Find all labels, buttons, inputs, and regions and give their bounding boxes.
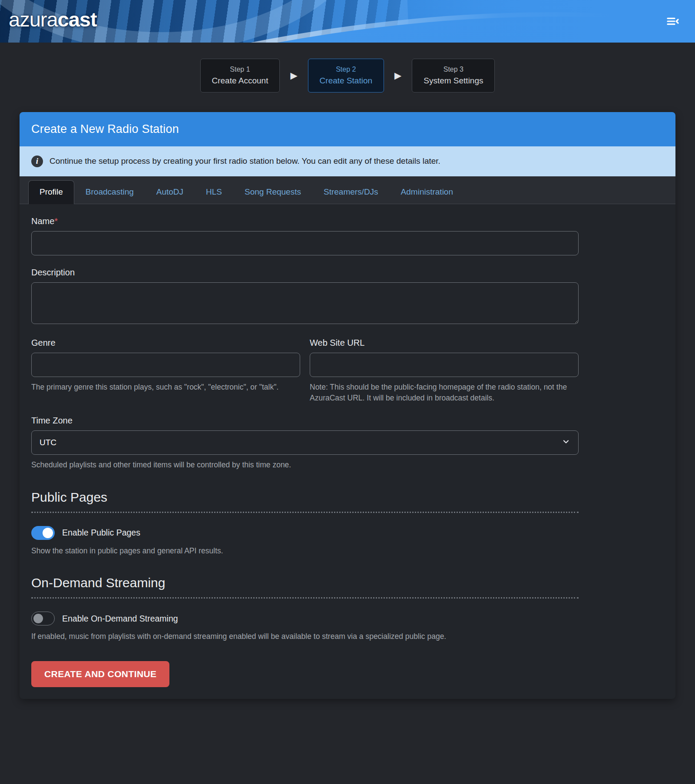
create-and-continue-button[interactable]: CREATE AND CONTINUE <box>31 661 169 687</box>
step-2-create-station: Step 2 Create Station <box>308 59 384 93</box>
genre-field-group: Genre The primary genre this station pla… <box>31 338 300 404</box>
genre-help-text: The primary genre this station plays, su… <box>31 382 300 393</box>
public-pages-help-text: Show the station in public pages and gen… <box>31 546 579 556</box>
info-alert-text: Continue the setup process by creating y… <box>50 156 440 166</box>
setup-page: azuracast Step 1 Create Account ▶ Step 2… <box>0 0 695 784</box>
name-label: Name* <box>31 216 579 226</box>
tab-song-requests[interactable]: Song Requests <box>233 180 312 204</box>
header-fade-overlay <box>0 0 695 43</box>
tab-autodj[interactable]: AutoDJ <box>145 180 195 204</box>
enable-public-pages-row: Enable Public Pages <box>31 526 579 540</box>
dotted-divider <box>31 597 579 599</box>
step-number: Step 3 <box>424 64 483 75</box>
logo-text-regular: azura <box>9 8 58 31</box>
info-icon: i <box>31 155 43 167</box>
setup-step-indicator: Step 1 Create Account ▶ Step 2 Create St… <box>0 59 695 93</box>
tab-profile[interactable]: Profile <box>28 180 74 204</box>
step-label: Create Account <box>212 75 268 87</box>
description-textarea[interactable] <box>31 282 579 324</box>
name-input[interactable] <box>31 231 579 255</box>
timezone-field-group: Time Zone UTC Scheduled playlists and ot… <box>31 416 579 470</box>
enable-on-demand-label: Enable On-Demand Streaming <box>62 614 178 624</box>
genre-website-row: Genre The primary genre this station pla… <box>31 338 579 404</box>
card-body: Name* Description Genre The primary genr… <box>20 204 675 699</box>
step-3-system-settings: Step 3 System Settings <box>412 59 495 93</box>
toggle-knob <box>43 528 53 538</box>
on-demand-help-text: If enabled, music from playlists with on… <box>31 631 579 642</box>
enable-on-demand-row: Enable On-Demand Streaming <box>31 612 579 625</box>
step-label: System Settings <box>424 75 483 87</box>
tab-streamers-djs[interactable]: Streamers/DJs <box>312 180 390 204</box>
website-url-label: Web Site URL <box>310 338 579 348</box>
azuracast-logo: azuracast <box>9 7 97 31</box>
create-station-card: Create a New Radio Station i Continue th… <box>20 112 675 699</box>
genre-input[interactable] <box>31 353 300 377</box>
name-label-text: Name <box>31 216 54 226</box>
app-header: azuracast <box>0 0 695 43</box>
website-field-group: Web Site URL Note: This should be the pu… <box>310 338 579 404</box>
timezone-selected-value: UTC <box>40 438 56 447</box>
website-url-help-text: Note: This should be the public-facing h… <box>310 382 579 404</box>
required-marker: * <box>54 216 58 226</box>
timezone-label: Time Zone <box>31 416 579 426</box>
tab-broadcasting[interactable]: Broadcasting <box>74 180 145 204</box>
tab-administration[interactable]: Administration <box>390 180 464 204</box>
info-alert: i Continue the setup process by creating… <box>20 146 675 176</box>
card-header: Create a New Radio Station <box>20 112 675 146</box>
chevron-down-icon <box>562 437 570 448</box>
timezone-select[interactable]: UTC <box>31 430 579 455</box>
name-field-group: Name* <box>31 216 579 255</box>
timezone-help-text: Scheduled playlists and other timed item… <box>31 460 579 470</box>
station-tabs: Profile Broadcasting AutoDJ HLS Song Req… <box>20 176 675 204</box>
step-number: Step 1 <box>212 64 268 75</box>
enable-public-pages-toggle[interactable] <box>31 526 55 540</box>
arrow-right-icon: ▶ <box>290 71 297 80</box>
dotted-divider <box>31 512 579 513</box>
website-url-input[interactable] <box>310 353 579 377</box>
profile-form: Name* Description Genre The primary genr… <box>31 216 579 688</box>
on-demand-heading: On-Demand Streaming <box>31 576 579 590</box>
description-label: Description <box>31 268 579 278</box>
arrow-right-icon: ▶ <box>394 71 401 80</box>
step-1-create-account: Step 1 Create Account <box>200 59 280 93</box>
step-number: Step 2 <box>320 64 372 75</box>
page-title: Create a New Radio Station <box>31 122 664 136</box>
public-pages-heading: Public Pages <box>31 490 579 505</box>
toggle-knob <box>33 614 43 623</box>
enable-public-pages-label: Enable Public Pages <box>62 528 140 538</box>
description-field-group: Description <box>31 268 579 326</box>
logo-text-bold: cast <box>58 8 97 31</box>
genre-label: Genre <box>31 338 300 348</box>
enable-on-demand-toggle[interactable] <box>31 612 55 625</box>
menu-open-icon[interactable] <box>665 13 681 30</box>
step-label: Create Station <box>320 75 372 87</box>
tab-hls[interactable]: HLS <box>195 180 233 204</box>
